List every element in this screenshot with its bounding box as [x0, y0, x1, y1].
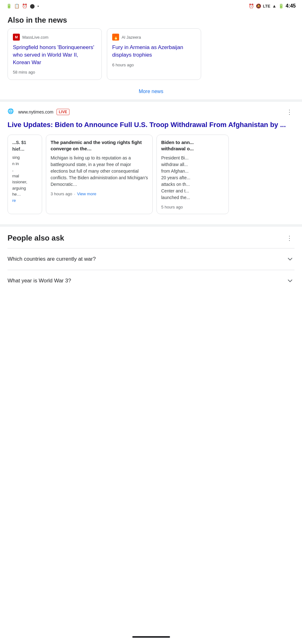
- chrome-icon: ⬤: [30, 3, 35, 8]
- alarm-right-icon: ⏰: [249, 3, 254, 8]
- more-news-link[interactable]: More news: [0, 85, 302, 98]
- nyt-article-title[interactable]: Live Updates: Biden to Announce Full U.S…: [8, 120, 294, 130]
- center-card-body: Michigan is living up to its reputation …: [51, 155, 148, 188]
- also-in-news-title: Also in the news: [0, 11, 302, 28]
- center-card-view-more[interactable]: View more: [77, 192, 96, 196]
- status-bar-right: ⏰ 🔕 LTE ▲ 🔋 4:45: [249, 3, 296, 9]
- bottom-bar: [0, 633, 302, 644]
- chevron-down-icon-2: [286, 276, 294, 285]
- center-card-time: 3 hours ago: [51, 192, 72, 196]
- people-also-ask-section: People also ask ⋮ Which countries are cu…: [0, 227, 302, 291]
- paa-item-1[interactable]: Which countries are currently at war?: [8, 248, 294, 270]
- paa-question-2: What year is World War 3?: [8, 278, 286, 284]
- article-source-row: 🌐 www.nytimes.com LIVE ⋮: [8, 107, 294, 117]
- masslive-card-title: Springfield honors 'Borinqueneers' who s…: [13, 44, 96, 66]
- card-source-row-aljazeera: 🔥 Al Jazeera: [112, 34, 196, 41]
- partial-left-body: ...S. $1hief… singn in,rnalissioner,argu…: [12, 139, 37, 203]
- paa-item-2[interactable]: What year is World War 3?: [8, 270, 294, 291]
- mute-icon: 🔕: [256, 3, 261, 8]
- aljazeera-source-name: Al Jazeera: [122, 35, 141, 40]
- nyt-source-name: www.nytimes.com: [18, 109, 53, 114]
- partial-right-time: 5 hours ago: [161, 205, 183, 209]
- signal-icon: ▲: [272, 3, 277, 8]
- dot-icon: ●: [37, 5, 39, 8]
- clipboard-icon: 📋: [14, 3, 19, 8]
- separator-2: [0, 224, 302, 227]
- status-bar: 🔋 📋 ⏰ ⬤ ● ⏰ 🔕 LTE ▲ 🔋 4:45: [0, 0, 302, 11]
- card-source-row: M MassLive.com: [13, 34, 96, 41]
- article-source-info: 🌐 www.nytimes.com LIVE: [8, 108, 69, 116]
- nyt-article-section: 🌐 www.nytimes.com LIVE ⋮ Live Updates: B…: [0, 102, 302, 219]
- separator-1: [0, 99, 302, 102]
- masslive-card-time: 58 mins ago: [13, 70, 96, 75]
- battery-warning-icon: 🔋: [6, 3, 12, 8]
- live-badge: LIVE: [57, 109, 69, 115]
- bottom-indicator: [132, 636, 170, 638]
- paa-question-1: Which countries are currently at war?: [8, 256, 286, 262]
- news-card-masslive[interactable]: M MassLive.com Springfield honors 'Borin…: [8, 28, 102, 80]
- partial-right-footer: 5 hours ago: [161, 205, 224, 209]
- aljazeera-card-title: Fury in Armenia as Azerbaijan displays t…: [112, 44, 196, 59]
- paa-header: People also ask ⋮: [8, 233, 294, 243]
- news-cards-container: M MassLive.com Springfield honors 'Borin…: [0, 28, 302, 85]
- aljazeera-card-time: 6 hours ago: [112, 63, 196, 67]
- partial-right-body: President Bi...withdraw all...from Afgha…: [161, 155, 224, 201]
- partial-right-headline: Biden to ann...withdrawal o...: [161, 139, 224, 152]
- aljazeera-logo: 🔥: [112, 34, 119, 41]
- article-card-partial-left[interactable]: ...S. $1hief… singn in,rnalissioner,argu…: [8, 135, 42, 214]
- globe-icon: 🌐: [8, 108, 15, 116]
- center-card-separator: ·: [74, 192, 75, 196]
- chevron-down-icon-1: [286, 255, 294, 264]
- center-card-footer: 3 hours ago · View more: [51, 192, 148, 196]
- paa-title: People also ask: [8, 234, 64, 242]
- battery-right-icon: 🔋: [278, 3, 284, 8]
- article-card-center[interactable]: The pandemic and the voting rights fight…: [46, 135, 153, 214]
- time-display: 4:45: [286, 3, 296, 9]
- article-more-options-button[interactable]: ⋮: [284, 107, 294, 117]
- news-card-aljazeera[interactable]: 🔥 Al Jazeera Fury in Armenia as Azerbaij…: [107, 28, 201, 80]
- main-content: Also in the news M MassLive.com Springfi…: [0, 11, 302, 291]
- alarm-icon: ⏰: [22, 3, 27, 8]
- masslive-source-name: MassLive.com: [22, 35, 48, 40]
- masslive-logo: M: [13, 34, 20, 41]
- center-card-headline: The pandemic and the voting rights fight…: [51, 139, 148, 152]
- status-bar-left: 🔋 📋 ⏰ ⬤ ●: [6, 3, 39, 8]
- lte-icon: LTE: [263, 4, 271, 8]
- article-card-partial-right[interactable]: Biden to ann...withdrawal o... President…: [156, 135, 229, 214]
- article-cards-carousel: ...S. $1hief… singn in,rnalissioner,argu…: [0, 135, 302, 214]
- paa-more-options-button[interactable]: ⋮: [284, 233, 294, 243]
